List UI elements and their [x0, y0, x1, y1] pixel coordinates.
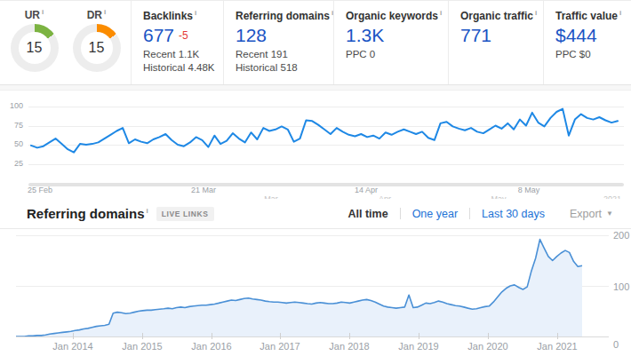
backlinks-delta: -5 — [179, 29, 188, 42]
x-tick-label: Jan 2015 — [122, 341, 162, 352]
x-axis-line — [16, 336, 609, 337]
backlinks-title-text: Backlinks — [143, 10, 193, 22]
metric-card-referring-domains: Referring domainsi 128 Recent 191 Histor… — [223, 1, 333, 84]
x-tick-label: Jan 2014 — [52, 341, 92, 352]
ahrefs-dashboard: URi 15 DRi 15 Backlinksi 677-5 Recent 1.… — [0, 0, 631, 364]
x-tick-label: Jan 2017 — [260, 341, 300, 352]
daily-trend-chart: 100755025 25 Feb21 Mar14 Apr8 MayMarAprM… — [0, 91, 631, 199]
x-tick-label: 14 Apr — [355, 186, 378, 194]
info-icon[interactable]: i — [195, 9, 196, 17]
ur-label-text: UR — [25, 9, 40, 21]
clipped-x-label: 2021 — [603, 194, 621, 199]
metric-card-traffic-value: Traffic valuei $444 PPC $0 — [543, 1, 631, 84]
dr-value: 15 — [73, 24, 121, 72]
traffic-title: Organic traffici — [460, 9, 543, 22]
ur-gauge: URi 15 — [11, 8, 59, 72]
traffic-value[interactable]: 771 — [460, 25, 491, 46]
x-tick-mark — [349, 333, 350, 339]
x-tick-label: Jan 2016 — [191, 341, 231, 352]
dr-label-text: DR — [87, 9, 102, 21]
x-tick-mark — [419, 333, 419, 339]
x-tick-label: 25 Feb — [28, 186, 52, 194]
y-tick-label: 50 — [0, 139, 23, 148]
y-tick-label: 100 — [0, 101, 23, 110]
info-icon[interactable]: i — [535, 9, 537, 17]
y-tick-label: 0 — [613, 339, 619, 350]
dr-donut-chart: 15 — [73, 24, 121, 72]
export-button[interactable]: Export▼ — [570, 208, 613, 220]
y-tick-label: 100 — [613, 281, 629, 292]
x-tick-label: Jan 2020 — [467, 341, 507, 352]
info-icon[interactable]: i — [619, 9, 621, 17]
y-tick-label: 25 — [0, 159, 23, 168]
referring-domains-title-text: Referring domains — [27, 206, 145, 221]
backlinks-title: Backlinksi — [143, 9, 223, 22]
x-tick-label: 8 May — [518, 186, 540, 194]
info-icon[interactable]: i — [147, 207, 148, 215]
tab-all-time[interactable]: All time — [347, 208, 387, 220]
info-icon[interactable]: i — [104, 8, 106, 16]
refdomains-recent: Recent 191 — [236, 49, 333, 59]
traffic-value-ppc: PPC $0 — [555, 49, 631, 59]
dr-gauge: DRi 15 — [73, 8, 121, 72]
keywords-title: Organic keywordsi — [346, 9, 448, 22]
clipped-x-label: Apr — [379, 194, 391, 199]
refdomains-title-text: Referring domains — [236, 10, 330, 22]
keywords-title-text: Organic keywords — [346, 10, 438, 22]
backlinks-value[interactable]: 677 — [143, 25, 174, 46]
x-tick-mark — [280, 333, 281, 339]
referring-domains-section-title: Referring domainsi — [27, 206, 148, 221]
chevron-down-icon: ▼ — [606, 210, 613, 218]
x-tick-label: Jan 2019 — [398, 341, 438, 352]
traffic-value-title: Traffic valuei — [555, 9, 631, 22]
live-links-badge: LIVE LINKS — [156, 207, 214, 221]
backlinks-historical: Historical 4.48K — [143, 62, 223, 73]
x-tick-label: Jan 2018 — [329, 341, 369, 352]
metric-card-organic-traffic: Organic traffici 771 — [448, 1, 543, 84]
x-tick-label: 21 Mar — [191, 186, 216, 194]
x-tick-mark — [212, 333, 212, 339]
x-tick-mark — [557, 333, 558, 339]
ur-label: URi — [25, 8, 44, 21]
keywords-value[interactable]: 1.3K — [346, 25, 384, 46]
metrics-row: URi 15 DRi 15 Backlinksi 677-5 Recent 1.… — [0, 0, 631, 85]
y-tick-label: 200 — [613, 230, 629, 241]
traffic-value-value[interactable]: $444 — [555, 25, 597, 46]
x-tick-mark — [142, 333, 143, 339]
tab-last-30-days[interactable]: Last 30 days — [482, 208, 545, 220]
info-icon[interactable]: i — [42, 8, 44, 16]
x-tick-label: Jan 2021 — [537, 341, 577, 352]
keywords-ppc: PPC 0 — [346, 49, 448, 59]
referring-domains-header: Referring domainsi LIVE LINKS All time O… — [0, 199, 631, 229]
traffic-value-title-text: Traffic value — [555, 10, 618, 22]
clipped-x-label: May — [491, 194, 506, 199]
info-icon[interactable]: i — [440, 9, 442, 17]
x-tick-mark — [73, 333, 74, 339]
dr-label: DRi — [87, 8, 107, 21]
export-label: Export — [570, 208, 602, 220]
traffic-title-text: Organic traffic — [460, 10, 533, 22]
ur-value: 15 — [11, 24, 59, 72]
backlinks-recent: Recent 1.1K — [143, 49, 223, 59]
refdomains-historical: Historical 518 — [236, 62, 333, 73]
tab-separator — [469, 208, 470, 219]
refdomains-value[interactable]: 128 — [236, 25, 267, 46]
authority-gauges-card: URi 15 DRi 15 — [0, 1, 131, 84]
ur-donut-chart: 15 — [11, 24, 59, 72]
clipped-x-label: Mar — [264, 194, 278, 199]
refdomains-title: Referring domainsi — [236, 9, 333, 22]
tab-one-year[interactable]: One year — [412, 208, 458, 220]
y-tick-label: 75 — [0, 121, 23, 130]
x-tick-mark — [488, 333, 489, 339]
referring-domains-chart: Jan 2014Jan 2015Jan 2016Jan 2017Jan 2018… — [0, 229, 631, 363]
metric-card-backlinks: Backlinksi 677-5 Recent 1.1K Historical … — [131, 1, 223, 84]
tab-separator — [400, 208, 401, 219]
metric-card-organic-keywords: Organic keywordsi 1.3K PPC 0 — [333, 1, 448, 84]
